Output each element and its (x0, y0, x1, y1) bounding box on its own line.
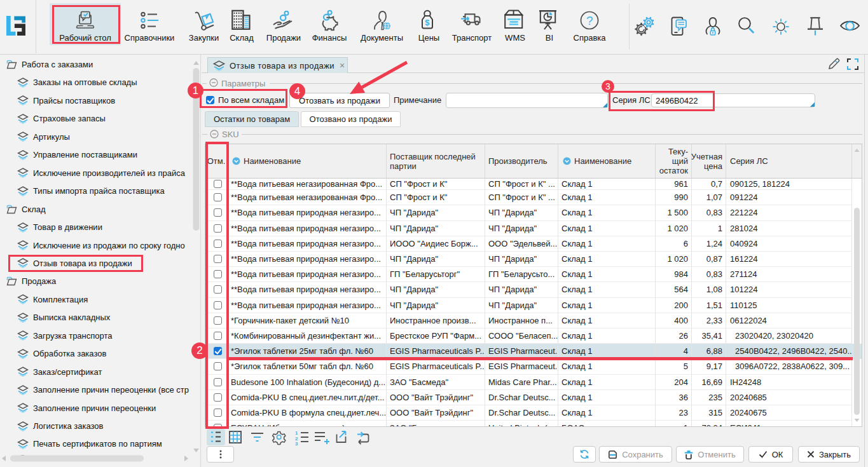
svg-text:3: 3 (295, 441, 298, 446)
svg-text:?: ? (586, 14, 593, 27)
svg-text:1: 1 (295, 430, 298, 436)
svg-text:$: $ (425, 18, 430, 27)
